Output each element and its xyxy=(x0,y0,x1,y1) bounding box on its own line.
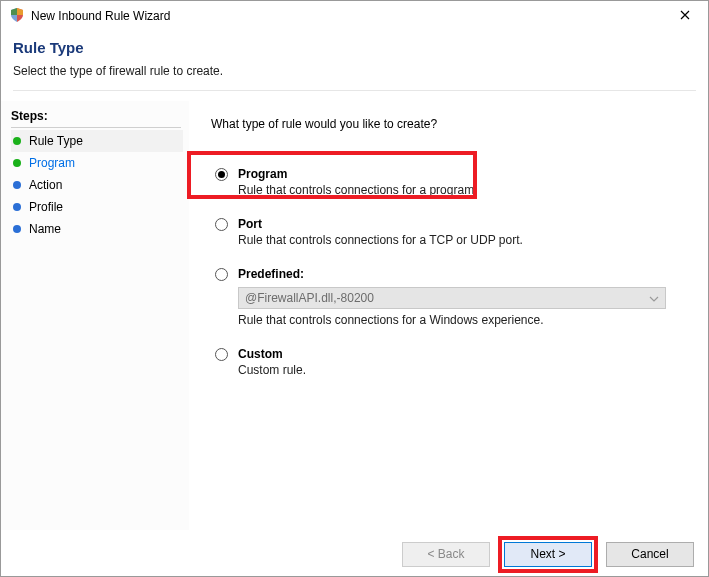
step-bullet-icon xyxy=(13,159,21,167)
option-custom[interactable]: Custom Custom rule. xyxy=(215,347,690,377)
option-predefined[interactable]: Predefined: @FirewallAPI.dll,-80200 Rule… xyxy=(215,267,690,327)
wizard-footer: < Back Next > Cancel xyxy=(1,532,708,576)
back-button[interactable]: < Back xyxy=(402,542,490,567)
question-text: What type of rule would you like to crea… xyxy=(211,117,690,131)
page-title: Rule Type xyxy=(13,39,696,56)
step-action[interactable]: Action xyxy=(11,174,183,196)
step-bullet-icon xyxy=(13,203,21,211)
title-bar: New Inbound Rule Wizard xyxy=(1,1,708,31)
step-rule-type[interactable]: Rule Type xyxy=(11,130,183,152)
option-port-label: Port xyxy=(238,217,523,231)
predefined-combo-value: @FirewallAPI.dll,-80200 xyxy=(245,291,374,305)
chevron-down-icon xyxy=(649,291,659,305)
wizard-content: What type of rule would you like to crea… xyxy=(189,101,708,530)
cancel-button[interactable]: Cancel xyxy=(606,542,694,567)
option-custom-label: Custom xyxy=(238,347,306,361)
option-program[interactable]: Program Rule that controls connections f… xyxy=(215,167,690,197)
step-label: Program xyxy=(29,156,75,170)
option-program-desc: Rule that controls connections for a pro… xyxy=(238,183,477,197)
radio-custom[interactable] xyxy=(215,348,228,361)
highlight-next: Next > xyxy=(498,536,598,573)
steps-sidebar: Steps: Rule Type Program Action Profile … xyxy=(1,101,189,530)
radio-predefined[interactable] xyxy=(215,268,228,281)
step-bullet-icon xyxy=(13,137,21,145)
predefined-combo[interactable]: @FirewallAPI.dll,-80200 xyxy=(238,287,666,309)
step-program[interactable]: Program xyxy=(11,152,183,174)
step-bullet-icon xyxy=(13,225,21,233)
step-profile[interactable]: Profile xyxy=(11,196,183,218)
wizard-header: Rule Type Select the type of firewall ru… xyxy=(1,31,708,101)
step-name[interactable]: Name xyxy=(11,218,183,240)
divider xyxy=(13,90,696,91)
close-icon xyxy=(680,9,690,23)
option-predefined-desc: Rule that controls connections for a Win… xyxy=(238,313,666,327)
window-title: New Inbound Rule Wizard xyxy=(31,9,170,23)
step-label: Profile xyxy=(29,200,63,214)
close-button[interactable] xyxy=(662,1,708,31)
option-port-desc: Rule that controls connections for a TCP… xyxy=(238,233,523,247)
step-bullet-icon xyxy=(13,181,21,189)
option-port[interactable]: Port Rule that controls connections for … xyxy=(215,217,690,247)
step-label: Action xyxy=(29,178,62,192)
step-label: Rule Type xyxy=(29,134,83,148)
option-custom-desc: Custom rule. xyxy=(238,363,306,377)
option-predefined-label: Predefined: xyxy=(238,267,666,281)
steps-title: Steps: xyxy=(11,105,181,128)
next-button[interactable]: Next > xyxy=(504,542,592,567)
radio-port[interactable] xyxy=(215,218,228,231)
option-program-label: Program xyxy=(238,167,477,181)
step-label: Name xyxy=(29,222,61,236)
page-description: Select the type of firewall rule to crea… xyxy=(13,64,696,78)
firewall-shield-icon xyxy=(9,7,25,26)
radio-program[interactable] xyxy=(215,168,228,181)
